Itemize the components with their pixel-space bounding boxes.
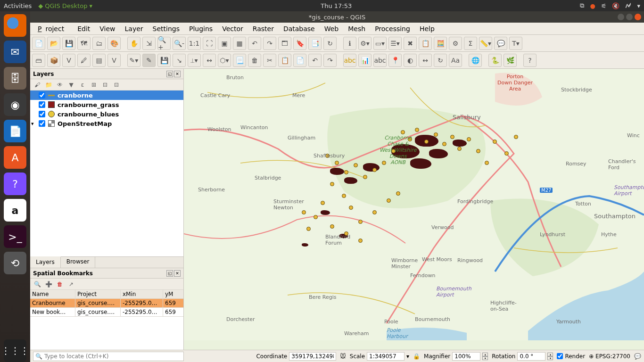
menu-mesh[interactable]: Mesh (344, 24, 369, 33)
processing-toolbox-button[interactable]: ⚙ (449, 37, 462, 50)
dock-terminal[interactable]: >_ (4, 225, 26, 248)
save-edits-button[interactable]: 💾 (157, 54, 171, 67)
zoom-layer-button[interactable]: ▦ (233, 37, 246, 50)
extents-icon[interactable]: 🐭 (340, 353, 346, 360)
new-mem-layer-button[interactable]: ▤ (92, 54, 106, 67)
locator-input[interactable] (44, 353, 182, 360)
add-bookmark-button[interactable]: ➕ (44, 280, 53, 288)
dock-thunderbird[interactable]: ✉ (4, 41, 26, 63)
messages-button[interactable]: 💬 (634, 353, 641, 360)
layer-row-blues[interactable]: cranbourne_blues (30, 109, 183, 119)
layer-row-grass[interactable]: cranbourne_grass (30, 100, 183, 109)
dock-rhythmbox[interactable]: ◉ (4, 93, 26, 116)
collapse-all-button[interactable]: ⊟ (101, 81, 109, 89)
help-button[interactable]: ? (523, 54, 537, 67)
add-group-button[interactable]: 📁 (44, 81, 53, 89)
select-by-value-button[interactable]: ☰▾ (388, 37, 402, 50)
zoom-out-button[interactable]: 🔍- (173, 37, 186, 50)
clock[interactable]: Thu 17:53 (92, 2, 580, 9)
layer-checkbox[interactable] (39, 92, 45, 99)
rot-down-button[interactable]: ▾ (547, 356, 553, 360)
zoom-next-button[interactable]: ↷ (263, 37, 276, 50)
menu-plugins[interactable]: Plugins (185, 24, 216, 33)
bookmarks-close-button[interactable]: ✕ (174, 270, 181, 277)
bookmarks-undock-button[interactable]: ◱ (166, 270, 173, 277)
grass-button[interactable]: 🌿 (504, 54, 517, 67)
new-bookmark-button[interactable]: 🔖 (293, 37, 306, 50)
dock-show-apps[interactable]: ⋮⋮⋮ (4, 339, 26, 362)
share-bookmark-button[interactable]: ↗ (67, 280, 75, 288)
redo-button[interactable]: ↷ (323, 54, 337, 67)
render-checkbox[interactable] (557, 353, 563, 359)
open-project-button[interactable]: 📂 (47, 37, 60, 50)
rotation-input[interactable] (517, 352, 545, 361)
tab-layers[interactable]: Layers (30, 256, 61, 268)
menu-view[interactable]: View (96, 24, 119, 33)
locator[interactable]: 🔍 (33, 352, 184, 361)
layers-list[interactable]: cranborne cranbourne_grass cranbourne_bl… (30, 90, 183, 256)
layer-row-osm[interactable]: OpenStreetMap (30, 119, 183, 128)
zoom-full-button[interactable]: ⛶ (203, 37, 216, 50)
new-map-view-button[interactable]: 🗔 (278, 37, 291, 50)
pan-button[interactable]: ✋ (127, 37, 140, 50)
system-menu-caret[interactable]: ▾ (637, 2, 640, 9)
refresh-button[interactable]: ↻ (323, 37, 337, 50)
pin-label-button[interactable]: 📍 (388, 54, 402, 67)
layer-checkbox[interactable] (39, 120, 45, 127)
maximize-button[interactable] (626, 14, 633, 20)
toggle-editing-button[interactable]: ✎ (142, 54, 156, 67)
crs-button[interactable]: ⊕ EPSG:27700 (589, 353, 630, 360)
zoom-in-button[interactable]: 🔍+ (157, 37, 171, 50)
field-calc-button[interactable]: 🧮 (434, 37, 447, 50)
delete-bookmark-button[interactable]: 🗑 (56, 280, 64, 288)
dock-software[interactable]: A (4, 146, 26, 169)
delete-feature-button[interactable]: 🗑 (248, 54, 261, 67)
mag-up-button[interactable]: ▴ (482, 353, 488, 356)
close-button[interactable] (635, 14, 641, 20)
data-source-manager-button[interactable]: 🗃 (32, 54, 45, 67)
bookmarks-table[interactable]: Name Project xMin yM Cranbourne gis_cour… (30, 290, 183, 350)
activities-button[interactable]: Activities (4, 2, 32, 9)
new-geopackage-button[interactable]: 📦 (47, 54, 60, 67)
manage-visibility-button[interactable]: 👁 (56, 81, 64, 89)
diagram-button[interactable]: 📊 (358, 54, 372, 67)
dock-help[interactable]: ? (4, 173, 26, 195)
move-feature-button[interactable]: ↔ (203, 54, 216, 67)
show-bookmarks-button[interactable]: 📑 (308, 37, 322, 50)
mag-down-button[interactable]: ▾ (482, 356, 488, 360)
magnifier-input[interactable] (452, 352, 480, 361)
python-console-button[interactable]: 🐍 (488, 54, 502, 67)
rotate-label-button[interactable]: ↻ (434, 54, 447, 67)
minimize-button[interactable] (618, 14, 624, 20)
map-canvas[interactable]: Bruton Castle Cary Mere Woolston Wincant… (184, 69, 644, 350)
expand-all-button[interactable]: ⊞ (90, 81, 98, 89)
menu-settings[interactable]: Settings (149, 24, 183, 33)
layers-close-button[interactable]: ✕ (174, 71, 181, 77)
remove-layer-button[interactable]: ⊟ (112, 81, 121, 89)
select-button[interactable]: ▭▾ (373, 37, 387, 50)
tab-browser[interactable]: Browser (61, 257, 96, 268)
stats-button[interactable]: Σ (464, 37, 477, 50)
metasearch-button[interactable]: 🌐 (469, 54, 482, 67)
pan-to-selection-button[interactable]: ⇲ (142, 37, 156, 50)
layout-manager-button[interactable]: 🗂 (92, 37, 106, 50)
zoom-bookmark-button[interactable]: 🔍 (33, 280, 41, 288)
dock-firefox[interactable] (4, 14, 26, 37)
lock-icon[interactable]: 🔒 (413, 353, 420, 360)
layer-checkbox[interactable] (39, 101, 45, 108)
layer-row-cranborne[interactable]: cranborne (30, 90, 183, 100)
scale-input[interactable] (367, 352, 405, 361)
save-project-button[interactable]: 💾 (62, 37, 75, 50)
show-label-button[interactable]: ◐ (404, 54, 417, 67)
wifi-icon[interactable]: ⚟ (601, 2, 607, 9)
battery-icon[interactable]: 🗲 (625, 2, 631, 9)
menu-database[interactable]: Database (280, 24, 319, 33)
edits-button[interactable]: ✎▾ (127, 54, 140, 67)
layer-style-button[interactable]: 🖌 (33, 81, 41, 89)
annotation-button[interactable]: T▾ (509, 37, 522, 50)
new-shapefile-button[interactable]: V (62, 54, 75, 67)
move-label-button[interactable]: ↔ (419, 54, 432, 67)
volume-icon[interactable]: 🔇 (612, 2, 619, 9)
deselect-button[interactable]: ✖ (404, 37, 417, 50)
window-titlebar[interactable]: *gis_course - QGIS (30, 11, 644, 23)
